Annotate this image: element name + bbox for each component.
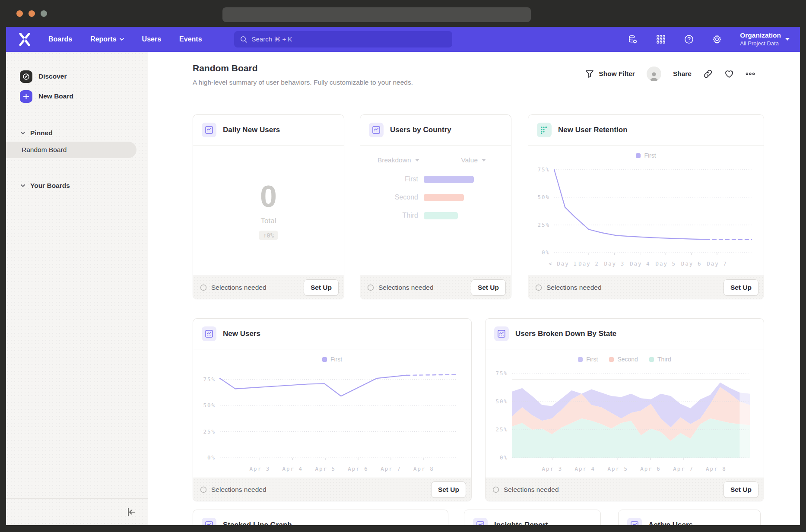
status-text: Selections needed [367,284,434,291]
legend-label: Third [657,356,671,363]
set-up-button[interactable]: Set Up [304,279,339,296]
svg-text:Apr 6: Apr 6 [348,466,368,472]
svg-text:Day 5: Day 5 [655,260,676,267]
metric-value: 0 [260,181,277,212]
apps-grid-icon[interactable] [656,34,666,44]
line-chart-icon [202,326,216,341]
status-circle-icon [367,284,374,291]
line-chart-icon [473,518,488,525]
card-title: New User Retention [558,126,628,134]
data-management-icon[interactable] [628,34,638,44]
card-header: Daily New Users [193,115,344,146]
sidebar-footer [6,498,148,525]
board-main: Random Board A high-level summary of use… [148,52,800,525]
nav-item-users[interactable]: Users [142,35,161,43]
card-new-user-retention: New User Retention First 75%50%25%0%< Da… [528,114,764,299]
bar [424,176,474,183]
chevron-down-icon [415,159,419,162]
card-title: Daily New Users [223,126,280,134]
svg-text:Apr 5: Apr 5 [315,466,336,472]
svg-text:50%: 50% [537,194,550,200]
page-subtitle: A high-level summary of user behaviors. … [193,79,413,86]
breakdown-dropdown[interactable]: Breakdown [378,156,419,164]
svg-text:Apr 8: Apr 8 [413,466,434,472]
share-label: Share [673,70,692,78]
card-new-users: New Users First 75%50%25%0%Apr 3Apr 4Apr… [193,318,472,501]
copy-link-icon[interactable] [703,69,713,79]
help-icon[interactable] [684,34,694,44]
sidebar-item-random-board[interactable]: Random Board [6,142,136,158]
set-up-button[interactable]: Set Up [723,279,758,296]
svg-text:< Day 1: < Day 1 [549,260,578,267]
search-icon [240,36,248,43]
settings-gear-icon[interactable] [712,34,722,44]
metric-body: 0 Total ↑0% [193,146,344,276]
card-header: New User Retention [528,115,764,146]
share-button[interactable]: Share [673,70,692,78]
card-title: Stacked Line Graph [223,521,292,525]
status-circle-icon [492,486,499,493]
close-window-button[interactable] [16,10,23,17]
collapse-sidebar-icon[interactable] [126,507,137,518]
chart-body: FirstSecondThird 75%50%25%0%Apr 3Apr 4Ap… [486,350,764,478]
retention-line-chart[interactable]: 75%50%25%0%< Day 1Day 2Day 3Day 4Day 5Da… [532,159,758,269]
chevron-down-icon [785,38,790,41]
svg-text:Day 2: Day 2 [578,260,599,267]
minimize-window-button[interactable] [29,10,35,17]
bar-row: First [360,175,511,183]
svg-text:Apr 7: Apr 7 [673,466,694,472]
plus-icon [20,90,32,103]
chevron-down-icon [482,159,486,162]
nav-item-events[interactable]: Events [179,35,202,43]
line-chart-icon [369,123,384,137]
svg-text:Apr 7: Apr 7 [381,466,401,472]
more-options-icon[interactable] [746,69,755,79]
card-header: New Users [193,319,471,349]
card-title: Users by Country [390,126,451,134]
sidebar-section-pinned[interactable]: Pinned [6,124,148,142]
avatar[interactable] [647,66,661,81]
legend-swatch [578,357,583,362]
set-up-button[interactable]: Set Up [431,481,466,498]
svg-text:25%: 25% [495,426,508,433]
page-title: Random Board [193,63,258,73]
nav-item-boards[interactable]: Boards [48,35,72,43]
svg-text:75%: 75% [537,166,550,173]
status-text: Selections needed [535,284,602,291]
svg-text:Day 7: Day 7 [707,260,727,267]
org-switcher[interactable]: Organization All Project Data [740,31,790,47]
zoom-window-button[interactable] [41,10,47,17]
search-placeholder: Search ⌘ + K [252,35,292,43]
set-up-button[interactable]: Set Up [723,481,758,498]
bar-row: Second [360,193,511,201]
card-header: Users Broken Down By State [486,319,764,349]
search-input[interactable]: Search ⌘ + K [234,31,452,48]
nav-item-reports[interactable]: Reports [90,35,124,43]
legend-item: First [636,152,656,159]
stacked-area-chart[interactable]: 75%50%25%0%Apr 3Apr 4Apr 5Apr 6Apr 7Apr … [490,363,757,474]
set-up-button[interactable]: Set Up [471,279,506,296]
show-filter-button[interactable]: Show Filter [585,69,635,79]
status-text: Selections needed [492,486,559,494]
card-title: Insights Report [494,521,548,525]
value-dropdown[interactable]: Value [461,156,486,164]
sidebar-item-label: New Board [38,92,73,100]
legend-item: Second [609,356,638,363]
card-header: Users by Country [360,115,511,146]
mixpanel-logo-icon[interactable] [19,33,30,46]
address-bar[interactable] [222,7,531,22]
sidebar-section-your-boards[interactable]: Your Boards [6,177,148,194]
card-header: Stacked Line Graph [193,510,448,525]
card-footer: Selections needed Set Up [193,478,471,501]
bar [424,194,464,201]
window-titlebar [0,0,806,27]
legend-item: First [578,356,598,363]
new-users-line-chart[interactable]: 75%50%25%0%Apr 3Apr 4Apr 5Apr 6Apr 7Apr … [197,363,464,474]
sidebar-item-discover[interactable]: Discover [6,66,148,86]
sidebar-item-new-board[interactable]: New Board [6,86,148,106]
favorite-heart-icon[interactable] [724,69,734,79]
bar-label: First [360,175,424,183]
bar-label: Second [360,193,424,201]
sidebar-section-label: Pinned [30,129,53,137]
status-text: Selections needed [200,284,267,291]
